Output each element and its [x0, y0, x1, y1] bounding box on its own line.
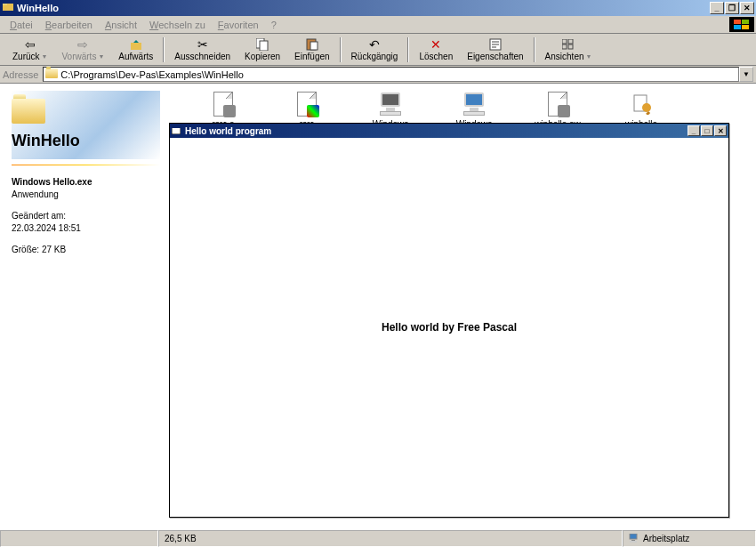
menu-file[interactable]: Datei	[4, 18, 39, 32]
svg-rect-26	[630, 541, 637, 543]
address-field[interactable]: C:\Programs\Dev-Pas\Examples\WinHello	[43, 67, 739, 82]
separator	[534, 37, 535, 62]
window-controls: _ ❐ ✕	[710, 2, 754, 14]
app-titlebar[interactable]: Hello world program _ □ ✕	[170, 124, 728, 138]
addressbar: Adresse C:\Programs\Dev-Pas\Examples\Win…	[0, 66, 756, 84]
separator	[407, 37, 409, 62]
svg-point-20	[642, 103, 651, 112]
titlebar: WinHello _ ❐ ✕	[0, 0, 756, 16]
svg-rect-6	[131, 43, 141, 50]
svg-rect-8	[260, 41, 268, 51]
address-dropdown[interactable]: ▼	[739, 67, 753, 82]
svg-rect-24	[630, 534, 637, 539]
forward-label: Vorwärts	[62, 52, 97, 61]
svg-rect-17	[562, 44, 567, 49]
back-label: Zurück	[12, 52, 40, 61]
separator	[163, 37, 165, 62]
modified-label: Geändert am:	[12, 211, 66, 221]
properties-button[interactable]: Eigenschaften	[460, 36, 530, 63]
up-label: Aufwärts	[118, 52, 153, 61]
app-window-title: Hello world program	[185, 126, 688, 136]
svg-rect-15	[562, 39, 567, 44]
selected-file-name: Windows Hello.exe	[12, 177, 92, 187]
app-window-body: Hello world by Free Pascal	[170, 138, 728, 517]
svg-rect-16	[568, 39, 573, 44]
menu-edit[interactable]: Bearbeiten	[39, 18, 99, 32]
status-cell-empty	[0, 530, 158, 547]
file-icon	[544, 91, 571, 117]
cut-button[interactable]: ✂ Ausschneiden	[167, 36, 237, 63]
copy-button[interactable]: Kopieren	[237, 36, 287, 63]
status-location: Arbeitsplatz	[623, 530, 756, 547]
info-pane: WinHello Windows Hello.exe Anwendung Geä…	[3, 84, 169, 529]
status-size: 26,5 KB	[158, 530, 623, 547]
paste-button[interactable]: Einfügen	[287, 36, 336, 63]
delete-icon: ✕	[428, 37, 444, 52]
app-window-icon	[172, 125, 182, 136]
svg-rect-2	[734, 20, 741, 24]
tool-icon	[628, 91, 655, 117]
folder-title: WinHello	[12, 132, 160, 150]
exe-icon	[461, 91, 487, 117]
folder-large-icon	[12, 94, 47, 126]
selected-file-type: Anwendung	[12, 189, 59, 199]
views-icon	[560, 37, 576, 52]
back-icon: ⇦	[22, 37, 38, 52]
menu-view[interactable]: Ansicht	[99, 18, 143, 32]
windows-logo	[729, 17, 754, 32]
divider	[12, 165, 160, 165]
undo-icon: ↶	[366, 37, 382, 52]
properties-label: Eigenschaften	[467, 52, 523, 61]
app-close-button[interactable]: ✕	[714, 125, 727, 136]
maximize-button[interactable]: ❐	[725, 2, 739, 14]
size-value: 27 KB	[42, 245, 66, 254]
content-area: WinHello Windows Hello.exe Anwendung Geä…	[3, 84, 753, 529]
app-window: Hello world program _ □ ✕ Hello world by…	[169, 123, 729, 518]
back-button[interactable]: ⇦ Zurück▼	[5, 36, 55, 63]
dropdown-icon: ▼	[98, 53, 104, 60]
folder-icon	[45, 68, 58, 81]
menu-goto[interactable]: Wechseln zu	[143, 18, 212, 32]
copy-icon	[254, 37, 270, 52]
up-icon	[128, 37, 144, 52]
menu-favorites[interactable]: Favoriten	[212, 18, 265, 32]
delete-label: Löschen	[419, 52, 453, 61]
menubar: Datei Bearbeiten Ansicht Wechseln zu Fav…	[0, 16, 756, 34]
size-label: Größe:	[12, 245, 39, 254]
views-button[interactable]: Ansichten▼	[538, 36, 599, 63]
views-label: Ansichten	[545, 52, 584, 61]
delete-button[interactable]: ✕ Löschen	[412, 36, 460, 63]
file-pane[interactable]: rsrc.o rsrc Windows Hello Windows Hello …	[169, 84, 753, 529]
app-icon	[2, 2, 14, 14]
cut-label: Ausschneiden	[174, 52, 230, 61]
toolbar: ⇦ Zurück▼ ⇨ Vorwärts▼ Aufwärts ✂ Ausschn…	[0, 34, 756, 66]
address-path: C:\Programs\Dev-Pas\Examples\WinHello	[60, 69, 243, 80]
forward-icon: ⇨	[75, 37, 91, 52]
forward-button[interactable]: ⇨ Vorwärts▼	[55, 36, 112, 63]
menu-help[interactable]: ?	[265, 18, 283, 32]
paste-label: Einfügen	[294, 52, 329, 61]
exe-icon	[377, 91, 404, 117]
properties-icon	[487, 37, 503, 52]
svg-rect-10	[310, 42, 318, 50]
paste-icon	[304, 37, 320, 52]
svg-rect-1	[3, 4, 7, 5]
dropdown-icon: ▼	[42, 53, 48, 60]
file-icon	[294, 91, 320, 117]
close-button[interactable]: ✕	[740, 2, 754, 14]
cut-icon: ✂	[195, 37, 211, 52]
up-button[interactable]: Aufwärts	[111, 36, 160, 63]
svg-rect-3	[742, 20, 749, 24]
svg-rect-4	[734, 25, 741, 29]
address-label: Adresse	[3, 69, 38, 80]
statusbar: 26,5 KB Arbeitsplatz	[0, 529, 756, 547]
undo-button[interactable]: ↶ Rückgängig	[344, 36, 406, 63]
svg-rect-25	[631, 540, 635, 541]
svg-rect-23	[172, 125, 181, 128]
status-location-text: Arbeitsplatz	[643, 534, 689, 543]
app-minimize-button[interactable]: _	[688, 125, 700, 136]
app-window-controls: _ □ ✕	[688, 125, 727, 136]
minimize-button[interactable]: _	[710, 2, 724, 14]
app-maximize-button[interactable]: □	[701, 125, 713, 136]
svg-rect-18	[568, 44, 573, 49]
